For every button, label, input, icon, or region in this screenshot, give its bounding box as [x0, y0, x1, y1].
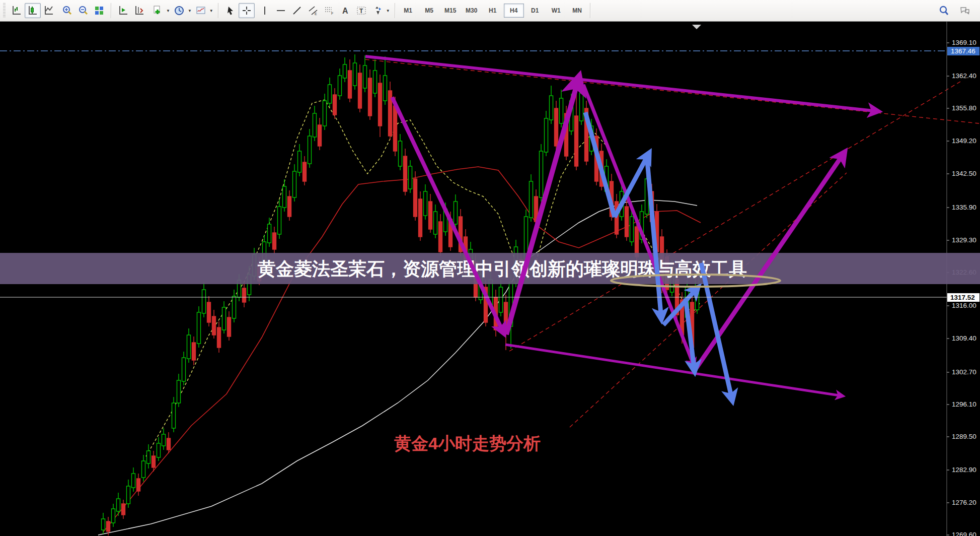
- toolbar-group: EFAT▼: [257, 3, 391, 18]
- crosshair-button[interactable]: [239, 3, 255, 18]
- equidistant-channel-icon: E: [308, 5, 319, 16]
- horizontal-line-icon: [275, 5, 286, 16]
- blue-trend-arrow: [647, 161, 661, 319]
- arrows-shapes-button[interactable]: [369, 3, 386, 18]
- text-button[interactable]: A: [337, 3, 353, 18]
- vertical-line-icon: [259, 5, 270, 16]
- chart-watermark-title: 黄金4小时走势分析: [394, 434, 541, 453]
- candle-body: [273, 233, 276, 249]
- purple-trend-arrow: [392, 97, 504, 333]
- candle-body: [424, 191, 427, 216]
- candlesticks: [102, 54, 699, 535]
- candle-body: [560, 98, 563, 123]
- candle-body: [439, 222, 442, 252]
- indicators-button[interactable]: [193, 3, 209, 18]
- equidistant-channel-button[interactable]: E: [305, 3, 321, 18]
- search-icon: [938, 5, 949, 16]
- line-chart-button[interactable]: [41, 3, 57, 18]
- candle-body: [625, 207, 629, 237]
- cursor-icon: [225, 5, 236, 16]
- toolbar-separator: [590, 3, 591, 18]
- timeframe-m30-button[interactable]: M30: [462, 4, 482, 18]
- white-ma-line: [98, 200, 697, 535]
- chart-shift-button[interactable]: [131, 3, 147, 18]
- axis-label: 1349.20: [952, 137, 976, 145]
- timeframe-d1-button[interactable]: D1: [525, 4, 545, 18]
- candle-body: [298, 151, 301, 172]
- candle-body: [333, 95, 337, 115]
- bar-chart-button[interactable]: [9, 3, 25, 18]
- candle-body: [107, 521, 110, 531]
- candle-body: [142, 461, 145, 478]
- candle-body: [373, 71, 377, 93]
- axis-label: 1316.00: [952, 302, 976, 309]
- candle-body: [283, 186, 286, 208]
- auto-scroll-button[interactable]: [115, 3, 131, 18]
- horizontal-line-button[interactable]: [273, 3, 289, 18]
- cursor-button[interactable]: [222, 3, 239, 18]
- text-label-button[interactable]: T: [353, 3, 369, 18]
- zoom-out-icon: [78, 5, 89, 16]
- auto-scroll-icon: [118, 5, 129, 16]
- candle-body: [177, 380, 181, 403]
- candle-body: [540, 151, 543, 197]
- zoom-in-button[interactable]: [59, 3, 75, 18]
- trend-line-button[interactable]: [289, 3, 305, 18]
- candle-body: [580, 93, 583, 121]
- new-order-button[interactable]: [149, 3, 166, 18]
- arrows-shapes-dropdown-caret[interactable]: ▼: [386, 9, 390, 13]
- candle-body: [318, 125, 322, 146]
- chart-area[interactable]: 1369.101362.401355.801349.201342.501335.…: [0, 22, 980, 536]
- candle-body: [630, 217, 634, 242]
- timeframe-m1-button[interactable]: M1: [398, 4, 418, 18]
- vertical-line-button[interactable]: [257, 3, 273, 18]
- axis-label: 1342.50: [952, 170, 976, 177]
- toolbar-grip[interactable]: [3, 3, 6, 18]
- timeframe-h1-button[interactable]: H1: [483, 4, 503, 18]
- candle-body: [207, 302, 211, 322]
- zoom-out-button[interactable]: [75, 3, 91, 18]
- candle-body: [429, 202, 432, 229]
- svg-text:F: F: [331, 12, 333, 15]
- axis-label: 1369.10: [952, 39, 976, 46]
- candle-body: [389, 91, 392, 136]
- line-chart-icon: [43, 5, 54, 16]
- indicators-dropdown-caret[interactable]: ▼: [209, 9, 213, 13]
- bar-chart-icon: [11, 5, 22, 16]
- candle-body: [338, 76, 342, 96]
- candle-body: [454, 202, 458, 224]
- candle-body: [228, 317, 231, 337]
- trend-line-icon: [291, 5, 303, 16]
- svg-text:E: E: [315, 12, 317, 16]
- candle-body: [112, 509, 115, 523]
- candlestick-chart-button[interactable]: [25, 3, 41, 18]
- candle-body: [363, 65, 367, 88]
- new-order-dropdown-caret[interactable]: ▼: [166, 9, 170, 13]
- chat-button[interactable]: [957, 3, 973, 18]
- chart-shift-marker-icon[interactable]: [692, 25, 701, 29]
- toolbar: ▼▼▼EFAT▼ M1M5M15M30H1H4D1W1MN: [0, 0, 980, 22]
- candle-body: [137, 479, 140, 491]
- period-clock-dropdown-caret[interactable]: ▼: [188, 9, 192, 13]
- candle-body: [409, 166, 412, 189]
- timeframe-h4-button[interactable]: H4: [504, 4, 524, 18]
- candlestick-chart-icon: [27, 5, 38, 16]
- fibonacci-button[interactable]: F: [321, 3, 337, 18]
- candle-body: [233, 296, 236, 318]
- timeframe-mn-button[interactable]: MN: [567, 4, 587, 18]
- timeframe-w1-button[interactable]: W1: [546, 4, 566, 18]
- candle-body: [404, 156, 407, 191]
- tile-windows-button[interactable]: [91, 3, 107, 18]
- candle-body: [147, 451, 150, 463]
- search-button[interactable]: [936, 3, 952, 18]
- timeframe-m15-button[interactable]: M15: [440, 4, 461, 18]
- period-clock-button[interactable]: [171, 3, 187, 18]
- price-chart[interactable]: 1369.101362.401355.801349.201342.501335.…: [0, 22, 980, 536]
- candle-body: [167, 438, 171, 450]
- candle-body: [384, 76, 387, 101]
- toolbar-separator: [218, 3, 219, 18]
- timeframe-m5-button[interactable]: M5: [419, 4, 439, 18]
- candle-body: [293, 171, 296, 197]
- candle-body: [323, 101, 327, 126]
- candle-body: [102, 519, 105, 530]
